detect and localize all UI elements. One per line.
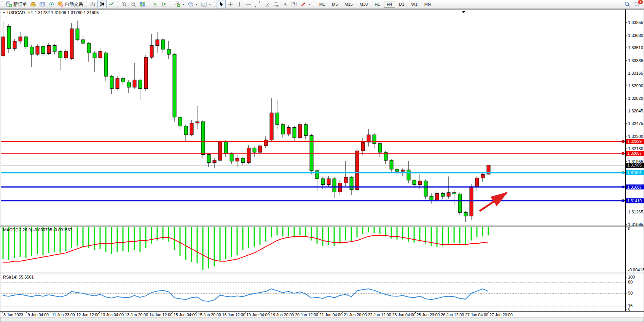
autotrade-icon <box>57 1 64 7</box>
crosshair-icon <box>227 1 233 7</box>
bar-type-icon <box>90 1 96 7</box>
tile-icon <box>139 1 145 7</box>
equidistant-channel-button[interactable]: E <box>262 0 271 8</box>
cursor-button[interactable] <box>217 0 226 8</box>
svg-text:F: F <box>277 5 278 8</box>
zoom-in-icon <box>121 1 127 7</box>
chart-symbol-period: USDCAD-,H4 <box>7 10 33 15</box>
toolbar-grip <box>85 2 87 7</box>
indicators-button[interactable]: ▼ <box>173 0 186 8</box>
text-a-icon: A <box>282 1 288 7</box>
timeframe-button-h4[interactable]: H4 <box>384 1 395 8</box>
timeframe-button-d1[interactable]: D1 <box>396 1 407 8</box>
templates-button[interactable]: ▼ <box>199 0 213 8</box>
autotrading-button-label: 自动交易 <box>65 1 83 8</box>
toolbar-right-group: 1 <box>624 1 644 7</box>
one-click-panel-toggle-icon[interactable]: ▼ <box>3 11 5 14</box>
timeframe-button-h1[interactable]: H1 <box>371 1 383 8</box>
gold-icon <box>30 1 36 7</box>
new-order-button-label: 新订单 <box>13 1 27 8</box>
toolbar-grip <box>214 2 215 7</box>
auto-scroll-button[interactable] <box>151 0 160 8</box>
toolbar-grip <box>116 2 118 7</box>
toolbar-grip <box>148 2 149 7</box>
indicators-icon <box>174 1 180 7</box>
chevron-down-icon: ▼ <box>195 3 198 6</box>
auto-scroll-icon <box>152 1 158 7</box>
timeframe-button-m30[interactable]: M30 <box>357 1 371 8</box>
chart-window-button[interactable] <box>29 0 38 8</box>
zoom-out-button[interactable] <box>129 0 138 8</box>
cursor-icon <box>218 1 224 7</box>
main-toolbar: 新订单自动交易▼▼▼EFAT▼M1M5M15M30H1H4D1W1MN1 <box>0 0 644 9</box>
text-label-button[interactable]: T <box>290 0 299 8</box>
timeframe-button-m1[interactable]: M1 <box>316 1 328 8</box>
search-button[interactable] <box>624 1 630 7</box>
arrows-button[interactable]: ▼ <box>299 0 312 8</box>
chevron-down-icon: ▼ <box>209 3 211 6</box>
fibo-icon: F <box>273 1 279 7</box>
candlestick-chart-button[interactable] <box>97 0 107 8</box>
new-order-icon <box>6 1 12 7</box>
chart-window <box>0 9 644 322</box>
trendline-button[interactable] <box>253 0 262 8</box>
svg-text:T: T <box>293 2 295 6</box>
signals-button[interactable] <box>47 0 56 8</box>
bar-chart-button[interactable] <box>88 0 97 8</box>
timeframe-button-mn[interactable]: MN <box>421 1 434 8</box>
metaeditor-button[interactable] <box>38 0 47 8</box>
hline-icon <box>245 1 252 7</box>
periods-button[interactable]: ▼ <box>186 0 199 8</box>
templates-icon <box>201 1 207 7</box>
notifications-button[interactable]: 1 <box>634 1 640 7</box>
fibonacci-button[interactable]: F <box>271 0 281 8</box>
zoom-out-icon <box>130 1 136 7</box>
horizontal-line-button[interactable] <box>244 0 253 8</box>
line-chart-button[interactable] <box>107 0 116 8</box>
trend-icon <box>255 1 261 7</box>
svg-text:A: A <box>283 2 287 7</box>
timeframe-button-m15[interactable]: M15 <box>341 1 355 8</box>
toolbar-grip <box>2 2 3 7</box>
editor-icon <box>39 1 45 7</box>
zoom-in-button[interactable] <box>120 0 129 8</box>
chart-shift-icon <box>161 1 167 7</box>
new-order-button[interactable]: 新订单 <box>5 0 29 8</box>
arrows-tool-icon <box>300 1 306 7</box>
tile-windows-button[interactable] <box>138 0 147 8</box>
text-label-icon: T <box>291 1 297 7</box>
chart-ohlc-values: 1.31782 1.31908 1.31780 1.31905 <box>35 10 99 15</box>
timeframe-button-m5[interactable]: M5 <box>329 1 341 8</box>
candle-type-icon <box>99 1 105 7</box>
line-type-icon <box>108 1 114 7</box>
toolbar-grip <box>313 2 314 7</box>
toolbar-grip <box>170 2 171 7</box>
channel-icon: E <box>264 1 270 7</box>
chevron-down-icon: ▼ <box>182 3 185 6</box>
vertical-line-button[interactable] <box>235 0 244 8</box>
svg-text:E: E <box>268 5 269 7</box>
signal-icon <box>48 1 54 7</box>
search-icon <box>624 1 630 7</box>
notification-count-badge: 1 <box>638 0 643 5</box>
chevron-down-icon: ▼ <box>308 3 311 6</box>
text-button[interactable]: A <box>281 0 290 8</box>
periods-icon <box>188 1 194 7</box>
vline-icon <box>236 1 242 7</box>
timeframe-button-w1[interactable]: W1 <box>408 1 421 8</box>
crosshair-button[interactable] <box>226 0 235 8</box>
chart-shift-button[interactable] <box>160 0 169 8</box>
chart-title-row: ▼ USDCAD-,H4 1.31782 1.31908 1.31780 1.3… <box>3 10 99 15</box>
autotrading-button[interactable]: 自动交易 <box>56 0 84 8</box>
